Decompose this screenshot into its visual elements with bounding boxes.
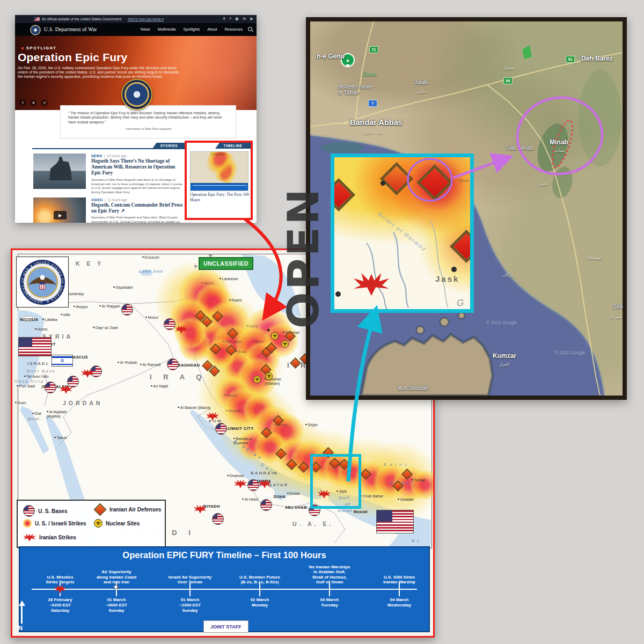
story-title[interactable]: Hegseth, Centcom Commander Brief Press o… [91, 202, 186, 214]
jask-label: Jask [435, 274, 459, 283]
share-icon[interactable]: ✕ [30, 99, 37, 106]
us-base-flag-icon [90, 365, 102, 377]
star-marker-icon: ★ [113, 583, 119, 591]
nuke-legend-icon: ☢ [94, 519, 103, 528]
air-defense-diamond-icon [273, 415, 284, 426]
how-you-know-link[interactable]: Here’s how you know ▾ [128, 17, 164, 21]
social-icon[interactable]: f [230, 17, 231, 21]
site-title: U.S. Department of War [44, 27, 97, 32]
timeline-event-label: U.S. SSN Sinks Iranian Warship [367, 575, 431, 585]
legend-label: Nuclear Sites [106, 521, 140, 526]
stories-tab[interactable]: STORIES [152, 143, 186, 149]
classification-banner: UNCLASSIFIED [199, 257, 253, 270]
us-base-flag-icon [67, 376, 79, 387]
social-icon[interactable]: ▶ [251, 17, 253, 21]
quote-card: “ The mission of Operation Epic Fury is … [60, 105, 236, 138]
north-arrow-icon [21, 602, 23, 624]
nav-news[interactable]: News [141, 27, 150, 31]
social-icon[interactable]: in [243, 17, 246, 21]
story-item[interactable]: ▶ VIDEO | 11 hours ago Hegseth, Centcom … [33, 197, 186, 223]
map-dot [380, 181, 385, 186]
strait-highlight-rectangle [310, 454, 361, 509]
share-icon[interactable]: f [19, 99, 26, 106]
nav-about[interactable]: About [207, 27, 217, 31]
play-icon[interactable]: ▶ [54, 211, 67, 219]
nav-resources[interactable]: Resources [225, 27, 243, 31]
hero-description: On Feb. 28, 2026, the U.S. military comm… [18, 66, 183, 79]
dod-seal-large [121, 79, 152, 110]
israel-flag-icon: ✡ [52, 355, 73, 367]
legend-item: Iranian Strikes [23, 533, 76, 541]
air-defense-diamond-icon [212, 311, 223, 322]
story-meta: NEWS | 10 hours ago [91, 154, 127, 158]
us-flag-icon [376, 510, 414, 533]
defense-website-panel: An official website of the United States… [15, 15, 257, 223]
burst-legend-icon [23, 533, 36, 541]
social-icons: Xf◉in▶ [223, 17, 253, 21]
map-dot [451, 267, 457, 272]
timeline-title: Operation EPIC FURY Timeline – First 100… [20, 550, 429, 560]
timeline-event-label: U.S. Bomber Pulses (B-2s, B-1s, B-52s) [228, 575, 292, 585]
strike-legend-icon [23, 519, 32, 528]
gov-banner-text: An official website of the United States… [42, 17, 121, 21]
share-icon[interactable]: ↗ [41, 99, 48, 106]
timeline-date-label: 04 March Wednesday [372, 597, 426, 608]
story-title[interactable]: Hegseth Says There’s No Shortage of Amer… [91, 158, 186, 176]
air-defense-diamond-icon [360, 469, 371, 480]
us-base-flag-icon [45, 382, 56, 393]
route-shield-icon: 94 [503, 77, 513, 84]
search-icon[interactable] [248, 27, 252, 31]
nuclear-site-icon: ☢ [265, 372, 273, 380]
legend-label: U. S. / Israeli Strikes [35, 521, 86, 526]
nav-spotlights[interactable]: Spotlights [183, 27, 200, 31]
story-thumbnail-missile[interactable]: ▶ [33, 197, 86, 223]
nuclear-site-icon: ☢ [253, 376, 261, 383]
air-defense-diamond-icon [392, 480, 404, 492]
air-defense-diamond-icon [275, 448, 287, 459]
map-credit: © 2016 Google [554, 350, 585, 355]
timeline-thumbnail-map[interactable] [190, 151, 248, 191]
iranian-strike-icon [234, 479, 247, 488]
satellite-map: ▲ h-e GenuGenodistretto rurale di Tazian… [310, 21, 623, 396]
iranian-strike-icon [194, 504, 207, 514]
joint-staff-badge: JOINT STAFF [203, 620, 248, 633]
quote-text: “ The mission of Operation Epic Fury is … [68, 111, 228, 125]
story-thumbnail-ship[interactable] [33, 153, 86, 189]
story-item[interactable]: NEWS | 10 hours ago Hegseth Says There’s… [33, 153, 186, 196]
quote-attribution: –Secretary of War Pete Hegseth [61, 127, 236, 130]
route-shield-icon: 91 [566, 56, 575, 63]
story-desc: Secretary of War Pete Hegseth and Navy A… [91, 216, 186, 223]
air-defense-diamond-icon [227, 328, 238, 339]
map-legend: U. S. BasesIranian Air DefensesU. S. / I… [17, 500, 166, 548]
page-title: Operation Epic Fury [18, 51, 128, 64]
timeline-card-caption[interactable]: Operation Epic Fury: The First 100 Hours [190, 192, 250, 202]
minab-tiny-label: Minab [459, 179, 469, 182]
iranian-strike-icon [206, 411, 219, 421]
route-shield-icon: 7 [368, 100, 377, 107]
nuclear-site-icon: ☢ [281, 340, 289, 348]
legend-label: Iranian Strikes [39, 535, 76, 540]
site-nav: News Multimedia Spotlights About Resourc… [141, 27, 243, 31]
air-defense-diamond-icon [286, 459, 297, 470]
satellite-map-panel: ▲ h-e GenuGenodistretto rurale di Tazian… [306, 17, 627, 400]
story-meta: VIDEO | 11 hours ago [91, 198, 127, 202]
timeline-card[interactable]: TIMELINE Operation Epic Fury: The First … [185, 141, 253, 220]
nuclear-site-icon: ☢ [271, 332, 279, 340]
timeline-date-label: 28 February ~0200 EST Saturday [33, 597, 87, 613]
gov-banner: An official website of the United States… [15, 15, 257, 23]
social-icon[interactable]: ◉ [235, 17, 238, 21]
site-header: U.S. Department of War News Multimedia S… [15, 23, 257, 36]
collage-canvas: An official website of the United States… [0, 0, 644, 644]
iranian-strike-icon [175, 324, 188, 334]
social-icon[interactable]: X [223, 17, 225, 21]
timeline-event-label: No Iranian Warships in Arabian Gulf, Str… [297, 565, 362, 585]
mini-timeline-band [191, 183, 248, 191]
iranian-strike-icon [258, 479, 271, 488]
air-defense-diamond-icon [298, 462, 309, 473]
legend-item: U. S. Bases [23, 505, 67, 517]
us-base-flag-icon [121, 304, 133, 316]
legend-item: U. S. / Israeli Strikes [23, 519, 86, 528]
timeline-band: Operation EPIC FURY Timeline – First 100… [19, 546, 430, 632]
nav-multimedia[interactable]: Multimedia [158, 27, 176, 31]
map-credit: © 2016 Google [486, 320, 517, 325]
